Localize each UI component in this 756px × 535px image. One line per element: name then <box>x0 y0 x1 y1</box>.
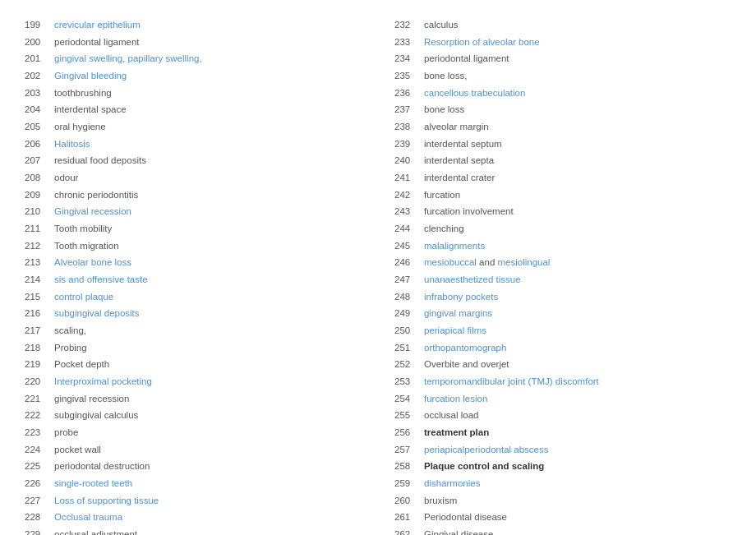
item-label: periapicalperiodontal abscess <box>424 443 549 457</box>
item-label: control plaque <box>54 290 113 304</box>
item-label: chronic periodontitis <box>54 188 138 202</box>
item-number: 237 <box>394 103 424 117</box>
item-label: bone loss <box>424 103 464 117</box>
item-label: Pocket depth <box>54 357 109 371</box>
item-number: 262 <box>394 528 424 535</box>
list-item: 224pocket wall <box>25 441 362 459</box>
list-item: 260bruxism <box>394 492 731 510</box>
item-label: subgingival calculus <box>54 408 138 422</box>
list-item: 238alveolar margin <box>394 118 731 136</box>
list-item: 248infrabony pockets <box>394 288 731 306</box>
item-number: 208 <box>25 171 54 185</box>
list-item: 211Tooth mobility <box>25 220 362 238</box>
item-label: occlusal load <box>424 408 478 422</box>
list-item: 247unanaesthetized tissue <box>394 271 731 288</box>
list-item: 212Tooth migration <box>25 238 362 255</box>
item-number: 258 <box>394 459 424 473</box>
list-item: 251orthopantomograph <box>394 339 731 357</box>
item-number: 214 <box>25 273 54 287</box>
item-number: 234 <box>394 52 424 66</box>
item-label: Occlusal trauma <box>54 510 122 524</box>
list-item: 217scaling, <box>25 322 362 339</box>
item-number: 261 <box>394 510 424 524</box>
item-label: scaling, <box>54 324 86 338</box>
item-label: Gingival disease <box>424 528 493 535</box>
item-number: 240 <box>394 154 424 168</box>
list-item: 208odour <box>25 169 362 187</box>
item-number: 205 <box>25 120 54 134</box>
main-table: 199crevicular epithelium200periodontal l… <box>25 16 731 535</box>
list-item: 223probe <box>25 424 362 441</box>
item-label: Gingival bleeding <box>54 69 127 83</box>
list-item: 241interdental crater <box>394 169 731 187</box>
item-label: orthopantomograph <box>424 341 506 355</box>
item-number: 235 <box>394 69 424 83</box>
item-label: Halitosis <box>54 137 90 151</box>
item-label: pocket wall <box>54 443 101 457</box>
list-item: 234periodontal ligament <box>394 50 731 67</box>
item-label: Overbite and overjet <box>424 357 509 371</box>
item-label: probe <box>54 426 78 440</box>
item-label: Alveolar bone loss <box>54 256 131 270</box>
item-number: 238 <box>394 120 424 134</box>
item-label: interdental space <box>54 103 127 117</box>
item-number: 246 <box>394 256 424 270</box>
item-label: alveolar margin <box>424 120 489 134</box>
item-number: 202 <box>25 69 54 83</box>
item-label: furcation involvement <box>424 205 514 219</box>
item-label: periodontal ligament <box>424 52 509 66</box>
item-number: 229 <box>25 528 54 535</box>
list-item: 220Interproximal pocketing <box>25 373 362 390</box>
list-item: 203toothbrushing <box>25 85 362 102</box>
list-item: 253temporomandibular joint (TMJ) discomf… <box>394 373 731 390</box>
item-number: 259 <box>394 477 424 491</box>
item-number: 254 <box>394 392 424 406</box>
list-item: 249gingival margins <box>394 305 731 322</box>
list-item: 228Occlusal trauma <box>25 509 362 526</box>
list-item: 250periapical films <box>394 322 731 339</box>
list-item: 222subgingival calculus <box>25 407 362 424</box>
item-number: 247 <box>394 273 424 287</box>
item-label: residual food deposits <box>54 154 146 168</box>
item-number: 204 <box>25 103 54 117</box>
item-number: 206 <box>25 137 54 151</box>
item-number: 226 <box>25 477 54 491</box>
item-label: Tooth migration <box>54 239 119 253</box>
list-item: 242furcation <box>394 187 731 204</box>
item-label: bone loss, <box>424 69 467 83</box>
list-item: 261Periodontal disease <box>394 509 731 526</box>
list-item: 219Pocket depth <box>25 356 362 373</box>
item-number: 233 <box>394 35 424 49</box>
list-item: 256treatment plan <box>394 424 731 441</box>
list-item: 259disharmonies <box>394 475 731 492</box>
item-number: 207 <box>25 154 54 168</box>
list-item: 258Plaque control and scaling <box>394 458 731 475</box>
item-label: periapical films <box>424 324 486 338</box>
item-number: 221 <box>25 392 54 406</box>
item-number: 216 <box>25 307 54 321</box>
list-item: 214sis and offensive taste <box>25 271 362 288</box>
list-item: 225periodontal destruction <box>25 458 362 475</box>
item-label: periodontal destruction <box>54 459 150 473</box>
list-item: 213Alveolar bone loss <box>25 254 362 271</box>
list-item: 204interdental space <box>25 101 362 118</box>
list-item: 200periodontal ligament <box>25 34 362 51</box>
item-number: 252 <box>394 357 424 371</box>
item-label: furcation <box>424 188 460 202</box>
item-label: clenching <box>424 222 464 236</box>
list-item: 207residual food deposits <box>25 152 362 169</box>
list-item: 244clenching <box>394 220 731 238</box>
item-number: 239 <box>394 137 424 151</box>
item-label: gingival recession <box>54 392 129 406</box>
item-label: sis and offensive taste <box>54 273 148 287</box>
item-label: interdental crater <box>424 171 495 185</box>
item-label: interdental septum <box>424 137 502 151</box>
list-item: 255occlusal load <box>394 407 731 424</box>
item-number: 203 <box>25 86 54 100</box>
item-number: 256 <box>394 426 424 440</box>
item-number: 257 <box>394 443 424 457</box>
item-number: 213 <box>25 256 54 270</box>
list-item: 226single-rooted teeth <box>25 475 362 492</box>
item-number: 249 <box>394 307 424 321</box>
item-label: single-rooted teeth <box>54 477 132 491</box>
